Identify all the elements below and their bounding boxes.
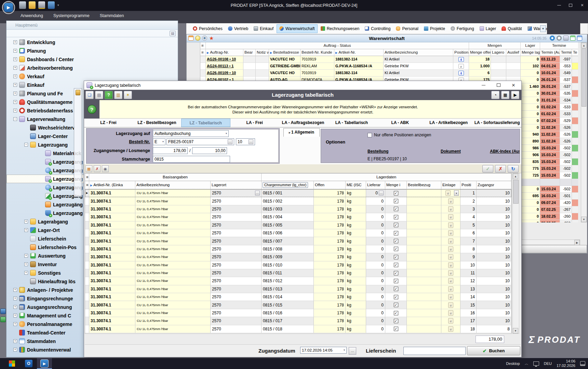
menu-item[interactable]: Stammdaten xyxy=(100,13,124,18)
module-tab[interactable]: Persönliches xyxy=(190,24,225,33)
cell-menge-checkbox[interactable] xyxy=(385,285,407,293)
cell-einlage[interactable]: a▾ xyxy=(441,293,460,301)
tree-item[interactable]: Entwicklung xyxy=(6,38,178,46)
bestelltyp-select[interactable]: E▾ xyxy=(153,138,165,145)
toolbar-caret-icon[interactable]: ▾ xyxy=(57,3,59,7)
table-row[interactable]: 31.30074.1 CU 1L 0,475mm l'tbar 2570… 08… xyxy=(85,277,511,285)
cell-menge-checkbox[interactable] xyxy=(385,189,407,197)
scrollbar-thumb[interactable] xyxy=(582,49,586,107)
cell-chargennummer[interactable]: 0815 / 012 xyxy=(262,277,314,285)
cell-lagerort[interactable]: 2570… xyxy=(211,309,262,317)
cell-einlage[interactable]: a▾ xyxy=(441,197,460,205)
cell-menge-checkbox[interactable] xyxy=(385,293,407,301)
col-lieferar[interactable]: Lieferar xyxy=(366,181,385,189)
desktop-label[interactable]: Desktop xyxy=(506,361,520,366)
scroll-down-icon[interactable]: ▼ xyxy=(581,217,587,222)
col-auslief[interactable]: Auslief xyxy=(506,49,521,56)
recycle-icon[interactable] xyxy=(19,1,26,9)
module-tab[interactable]: Einkauf xyxy=(251,24,276,33)
col-chargennummer[interactable]: Chargennummer (lg_chnr) xyxy=(262,181,314,189)
cell-chargennummer[interactable]: 0815 / 006 xyxy=(262,229,314,237)
col-bestellbezug[interactable]: Bestellbezug xyxy=(407,181,441,189)
dialog-tab[interactable]: LZ - Bestellbezogen xyxy=(133,119,181,127)
bestellung-link[interactable]: Bestellung xyxy=(368,149,388,154)
cell-lagerort[interactable]: 2570… xyxy=(211,253,262,261)
cell-einlage[interactable]: a▾ xyxy=(441,325,460,333)
scrollbar-thumb[interactable] xyxy=(513,180,519,204)
cell-chargennummer[interactable]: 0815 / 014 xyxy=(262,293,314,301)
cell-einlage[interactable]: a▾ xyxy=(441,221,460,229)
cell-menge-checkbox[interactable] xyxy=(385,309,407,317)
table-row[interactable]: 31.30074.1 CU 1L 0,475mm l'tbar 2570… 08… xyxy=(85,221,511,229)
col-auftrag-nr[interactable]: ▶Auftrag-Nr. xyxy=(206,49,243,56)
offene-positionen-checkbox[interactable] xyxy=(368,133,372,137)
cell-positions[interactable]: A xyxy=(453,56,469,63)
language-indicator[interactable]: DEU xyxy=(544,361,552,366)
lookup-button[interactable]: … xyxy=(255,191,260,195)
cell-lagerort[interactable]: 2570… xyxy=(211,293,262,301)
cell-einlage[interactable]: a▾ xyxy=(441,245,460,253)
cell-chargennummer[interactable]: 0815 / 008 xyxy=(262,245,314,253)
tree-expander[interactable] xyxy=(13,49,17,53)
app-shortcut-icon[interactable] xyxy=(0,317,6,322)
module-tab[interactable]: Vertrieb xyxy=(226,24,251,33)
cell-lagerort[interactable]: 2570… xyxy=(211,269,262,277)
col-position[interactable]: Positi xyxy=(460,181,477,189)
cell-einlage[interactable]: a▾ xyxy=(441,253,460,261)
cell-chargennummer[interactable]: 0815 / 003 xyxy=(262,205,314,213)
cell-lagerort[interactable]: 2570… xyxy=(211,189,262,197)
cell-lagerort[interactable]: 2570… xyxy=(211,261,262,269)
cell-menge-checkbox[interactable] xyxy=(385,229,407,237)
col-menge[interactable]: Menge i xyxy=(385,181,407,189)
table-row[interactable]: 31.30074.1 CU 1L 0,475mm l'tbar 2570… 08… xyxy=(85,229,511,237)
floating-panel[interactable] xyxy=(74,88,82,197)
scroll-right-icon[interactable]: ▶ xyxy=(574,240,580,245)
table-row[interactable]: 31.30074.1 CU 1L 0,475mm l'tbar 2570… 08… xyxy=(85,237,511,245)
tree-expander[interactable] xyxy=(13,109,17,112)
module-tab[interactable]: Lager xyxy=(477,24,499,33)
col-te[interactable]: Te xyxy=(572,49,578,56)
cell-chargennummer[interactable]: 0815 / 017 xyxy=(262,317,314,325)
sheet-green-icon[interactable] xyxy=(570,36,575,41)
cell-chargennummer[interactable]: 0815 / 018 xyxy=(262,325,314,333)
cancel-button[interactable]: ✗ xyxy=(495,165,506,173)
zugangsdatum-field[interactable]: 17.02.2026 14:05▾ xyxy=(300,347,347,354)
module-tab[interactable]: Projekte xyxy=(422,24,447,33)
module-tab[interactable]: Rechnungswesen xyxy=(318,24,362,33)
tree-expander[interactable] xyxy=(13,92,17,95)
col-menge-lage[interactable]: Menge lage xyxy=(521,49,540,56)
history-icon[interactable]: ◔ xyxy=(491,91,499,99)
notes-icon[interactable] xyxy=(29,1,36,9)
cell-lieferar[interactable]: 0… xyxy=(366,205,385,213)
cell-chargennummer[interactable]: 0815 / 016 xyxy=(262,309,314,317)
tree-expander[interactable] xyxy=(24,220,28,223)
dialog-maximize-button[interactable] xyxy=(493,82,504,88)
cell-auftrag[interactable]: AG26-00108 • 10 xyxy=(206,56,243,63)
accept-button[interactable]: ✓ xyxy=(482,165,493,173)
taskbar-clock[interactable]: 14:06 17.02.2026 xyxy=(557,359,575,368)
cell-lieferar[interactable]: 0… xyxy=(366,245,385,253)
cell-einlage[interactable]: a▾ xyxy=(441,229,460,237)
dialog-tab[interactable]: LZ - Tabellarisch xyxy=(181,119,230,127)
dialog-tab[interactable]: LA - Tabellarisch xyxy=(327,119,376,127)
table-row[interactable]: 31.30074.1 CU 1L 0,475mm l'tbar 2570… 08… xyxy=(85,261,511,269)
cell-chargennummer[interactable]: 0815 / 007 xyxy=(262,237,314,245)
history-icon[interactable] xyxy=(557,36,562,41)
cell-menge-checkbox[interactable] xyxy=(385,261,407,269)
grid-icon[interactable]: ▦ xyxy=(85,165,92,172)
table-vertical-scrollbar[interactable]: ▲ ▼ xyxy=(512,173,519,334)
lookup-button[interactable]: … xyxy=(228,139,232,144)
cell-lagerort[interactable]: 2570… xyxy=(211,237,262,245)
table-row[interactable]: 31.30074.1 CU 1L 0,475mm l'tbar 2570… 08… xyxy=(85,253,511,261)
lookup-button[interactable]: … xyxy=(379,191,384,195)
tab-allgemein[interactable]: 1 Allgemein xyxy=(283,128,320,137)
cell-chargennummer[interactable]: 0815 / 009 xyxy=(262,253,314,261)
cell-menge-checkbox[interactable] xyxy=(385,253,407,261)
cell-chargennummer[interactable]: 0815 / 015 xyxy=(262,301,314,309)
tab-overflow-button[interactable]: ▾ xyxy=(540,25,546,32)
cell-lieferar[interactable]: 0… xyxy=(366,237,385,245)
dialog-tab[interactable]: LA - Auftragsbezogen xyxy=(279,119,328,127)
cell-menge-checkbox[interactable] xyxy=(385,269,407,277)
table-row[interactable]: 31.30074.1 CU 1L 0,475mm l'tbar 2570… 08… xyxy=(85,285,511,293)
tree-expander[interactable] xyxy=(13,305,17,309)
